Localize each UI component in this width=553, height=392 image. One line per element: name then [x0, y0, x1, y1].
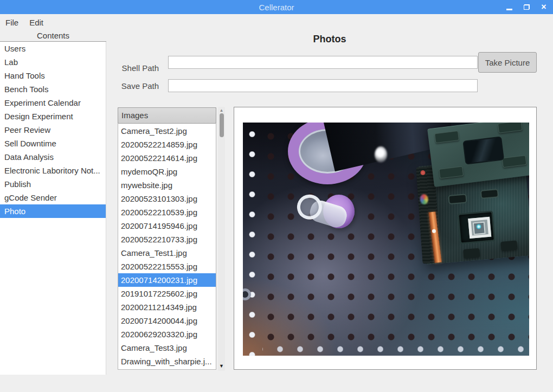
images-scrollbar[interactable]: ▲ ▼ — [218, 107, 225, 371]
sidebar-item[interactable]: Lab — [0, 55, 106, 69]
image-list-item[interactable]: 20200522214859.jpg — [118, 138, 216, 151]
image-list-item[interactable]: Camera_Test1.jpg — [118, 246, 216, 260]
plate-tab — [434, 131, 459, 143]
sidebar-item[interactable]: Hand Tools — [0, 69, 106, 82]
scroll-down-icon[interactable]: ▼ — [218, 363, 225, 369]
cube-slot — [448, 194, 467, 204]
scrollbar-thumb[interactable] — [220, 113, 224, 137]
image-filename: 20200629203320.jpg — [121, 330, 197, 339]
shell-path-label: Shell Path — [115, 63, 159, 73]
cube-bottom-tab — [500, 240, 517, 251]
sidebar-item[interactable]: Peer Review — [0, 123, 106, 137]
image-list-item[interactable]: 20200523101303.jpg — [118, 192, 216, 205]
image-list-item[interactable]: 20200714200044.jpg — [118, 314, 216, 327]
minimize-button[interactable] — [503, 1, 515, 13]
app-window: Cellerator × File Edit Contents Users La… — [0, 0, 553, 392]
image-list-item[interactable]: 20191017225602.jpg — [118, 287, 216, 300]
image-list-item[interactable]: 20200714200231.jpg — [118, 273, 216, 287]
image-filename: 20200522214614.jpg — [121, 153, 197, 163]
image-list-item[interactable]: 20200522210539.jpg — [118, 205, 216, 219]
sidebar-item-label: Bench Tools — [4, 85, 48, 94]
photo-preview-frame — [234, 107, 537, 370]
menu-bar: File Edit — [0, 14, 553, 30]
photo-preview-image — [243, 123, 529, 356]
image-filename: 20200523101303.jpg — [121, 194, 197, 203]
plate-tab — [498, 123, 523, 133]
plate-tab — [439, 166, 464, 178]
image-list-item[interactable]: 20200629203320.jpg — [118, 327, 216, 341]
sidebar-item[interactable]: Data Analysis — [0, 150, 106, 164]
cube-slot — [480, 189, 499, 199]
light-reflection-blob — [375, 146, 387, 163]
shell-path-input[interactable] — [168, 56, 478, 69]
take-picture-button[interactable]: Take Picture — [478, 52, 537, 73]
image-list-item[interactable]: 20200522214614.jpg — [118, 151, 216, 165]
sidebar-item[interactable]: gCode Sender — [0, 191, 106, 204]
image-list-item[interactable]: Camera_Test3.jpg — [118, 341, 216, 355]
page-title: Photos — [106, 34, 553, 45]
image-filename: mywebsite.jpg — [121, 181, 172, 190]
close-button[interactable]: × — [538, 1, 550, 13]
image-filename: 20200522210539.jpg — [121, 208, 197, 217]
sidebar-item[interactable]: Bench Tools — [0, 82, 106, 96]
image-list-item[interactable]: 20200522210733.jpg — [118, 233, 216, 246]
sidebar-list: Users Lab Hand Tools Bench Tools Experim… — [0, 42, 106, 375]
window-controls: × — [503, 0, 550, 14]
sidebar-item-label: Publish — [4, 179, 31, 189]
image-filename: Camera_Test1.jpg — [121, 248, 187, 258]
scroll-up-icon[interactable]: ▲ — [218, 108, 225, 113]
image-filename: Camera_Test3.jpg — [121, 343, 187, 352]
sidebar-item[interactable]: Experiment Calendar — [0, 96, 106, 110]
images-list-header[interactable]: Images — [118, 107, 216, 124]
sidebar-item-label: Hand Tools — [4, 71, 45, 80]
save-path-input[interactable] — [168, 79, 478, 92]
image-list-item[interactable]: 20200522215553.jpg — [118, 260, 216, 273]
image-list-item[interactable]: 20200714195946.jpg — [118, 219, 216, 233]
images-list: Camera_Test2.jpg 20200522214859.jpg 2020… — [118, 124, 216, 369]
plate-tab — [502, 155, 527, 168]
cube-bottom-tab — [463, 248, 480, 259]
sidebar-item[interactable]: Publish — [0, 177, 106, 191]
sidebar-item[interactable]: Design Experiment — [0, 110, 106, 123]
image-filename: mydemoQR.jpg — [121, 167, 177, 176]
sidebar-item[interactable]: Users — [0, 42, 106, 55]
sidebar-item-label: Users — [4, 44, 25, 53]
image-filename: 20200714195946.jpg — [121, 221, 197, 230]
sidebar-item[interactable]: Photo — [0, 204, 106, 218]
titlebar[interactable]: Cellerator × — [0, 0, 553, 14]
pegboard-lit-holes-left — [246, 123, 258, 356]
sidebar-item-label: Design Experiment — [4, 112, 73, 121]
menu-item-label: Edit — [29, 18, 43, 27]
close-icon: × — [541, 3, 546, 11]
sidebar-item-label: Lab — [4, 57, 18, 67]
image-list-item[interactable]: 20200211214349.jpg — [118, 300, 216, 314]
image-filename: 20200714200044.jpg — [121, 316, 197, 325]
window-title: Cellerator — [259, 3, 294, 12]
image-filename: 20200522214859.jpg — [121, 140, 197, 149]
plate-dark-window — [462, 136, 504, 164]
sidebar-item-label: gCode Sender — [4, 193, 57, 202]
sidebar-item-label: Photo — [4, 207, 25, 216]
image-filename: Drawing_with_sharpie.j... — [121, 357, 212, 366]
image-filename: 20200211214349.jpg — [121, 303, 197, 312]
image-list-item[interactable]: mydemoQR.jpg — [118, 165, 216, 178]
sidebar-item[interactable]: Electronic Laboritory Not... — [0, 164, 106, 177]
minimize-icon — [506, 9, 512, 10]
sidebar-item-label: Sell Downtime — [4, 139, 56, 148]
menu-item-label: File — [5, 18, 18, 27]
sidebar-item-label: Peer Review — [4, 125, 50, 134]
save-path-label: Save Path — [115, 81, 159, 91]
image-filename: 20200714200231.jpg — [121, 275, 197, 285]
sidebar-item[interactable]: Sell Downtime — [0, 137, 106, 150]
image-list-item[interactable]: Camera_Test2.jpg — [118, 124, 216, 138]
cube-lens-frame — [468, 217, 491, 239]
sidebar-item-label: Experiment Calendar — [4, 98, 81, 107]
image-filename: 20200522210733.jpg — [121, 235, 197, 244]
image-list-item[interactable]: mywebsite.jpg — [118, 178, 216, 192]
image-list-item[interactable]: Drawing_with_sharpie.j... — [118, 355, 216, 368]
sidebar-header: Contents — [0, 31, 106, 40]
menu-item[interactable]: File — [0, 16, 24, 29]
menu-item[interactable]: Edit — [24, 16, 49, 29]
restore-button[interactable] — [520, 1, 532, 13]
cube-lens-recess — [457, 210, 496, 245]
